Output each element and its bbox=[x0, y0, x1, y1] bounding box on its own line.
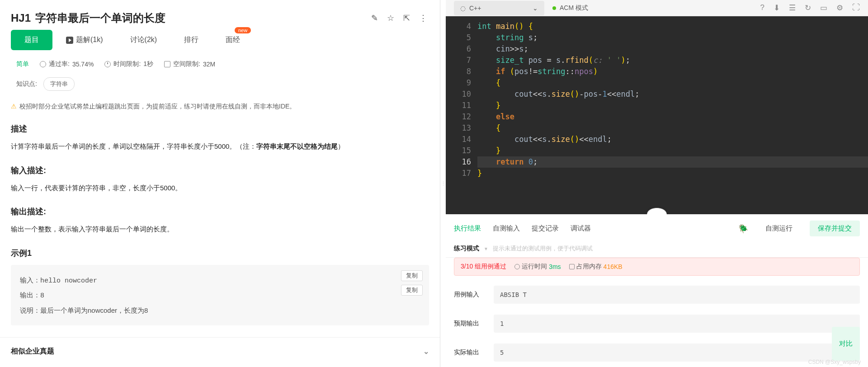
case-input-label: 用例输入 bbox=[454, 291, 494, 299]
io-table: 用例输入 ABSIB T 预期输出 1 实际输出 5 对比 bbox=[446, 276, 868, 367]
meta-row: 简单 通过率: 35.74% 时间限制: 1秒 空间限制: 32M bbox=[0, 50, 440, 68]
example-box: 复制 复制 输入：hello nowcoder 输出：8 说明：最后一个单词为n… bbox=[11, 265, 429, 326]
input-heading: 输入描述: bbox=[11, 165, 429, 176]
output-heading: 输出描述: bbox=[11, 206, 429, 217]
expected-output-value: 1 bbox=[494, 315, 860, 333]
play-icon bbox=[66, 37, 73, 44]
tab-self-test[interactable]: 自测输入 bbox=[493, 224, 520, 233]
actual-output-value: 5 bbox=[494, 343, 860, 362]
notes-icon[interactable]: ☰ bbox=[789, 3, 796, 13]
editor-mode: ACM 模式 bbox=[552, 4, 588, 12]
run-button[interactable]: 自测运行 bbox=[757, 221, 801, 236]
pass-rate: 通过率: 35.74% bbox=[40, 60, 94, 68]
tab-problem[interactable]: 题目 bbox=[11, 30, 52, 50]
example-heading: 示例1 bbox=[11, 248, 429, 259]
line-gutter: 4567891011121314151617 bbox=[446, 16, 477, 214]
page-title: HJ1 字符串最后一个单词的长度 bbox=[11, 11, 165, 25]
edit-icon[interactable]: ✎ bbox=[371, 13, 378, 23]
copy-output-button[interactable]: 复制 bbox=[401, 285, 423, 296]
help-icon[interactable]: ? bbox=[760, 3, 764, 13]
pass-count: 3/10 组用例通过 bbox=[461, 263, 506, 271]
expected-output-label: 预期输出 bbox=[454, 320, 494, 328]
input-text: 输入一行，代表要计算的字符串，非空，长度小于5000。 bbox=[11, 182, 429, 194]
bug-icon[interactable]: 🪲 bbox=[738, 224, 748, 234]
accordion-title: 相似企业真题 bbox=[11, 347, 54, 356]
copy-input-button[interactable]: 复制 bbox=[401, 270, 423, 281]
tab-exec-result[interactable]: 执行结果 bbox=[454, 224, 481, 233]
new-badge: new bbox=[235, 27, 251, 33]
fullscreen-icon[interactable]: ⛶ bbox=[852, 3, 860, 13]
chevron-down-icon: ⌄ bbox=[423, 347, 429, 356]
more-icon[interactable]: ⋮ bbox=[419, 13, 427, 23]
warning-banner: ⚠校招时部分企业笔试将禁止编程题跳出页面，为提前适应，练习时请使用在线自测，而非… bbox=[0, 91, 440, 111]
share-icon[interactable]: ⇱ bbox=[403, 13, 410, 23]
tags-row: 知识点: 字符串 bbox=[0, 68, 440, 91]
compare-button[interactable]: 对比 bbox=[832, 327, 860, 361]
warning-icon: ⚠ bbox=[11, 103, 17, 110]
download-icon[interactable]: ⬇ bbox=[774, 3, 780, 13]
practice-mode-row: 练习模式 ▼ 提示未通过的测试用例，便于代码调试 bbox=[446, 241, 868, 258]
tab-experience[interactable]: 面经new bbox=[212, 30, 254, 50]
problem-code: HJ1 bbox=[11, 12, 31, 24]
problem-tabs: 题目 题解(1k) 讨论(2k) 排行 面经new bbox=[0, 30, 440, 50]
status-dot-icon bbox=[552, 6, 556, 10]
difficulty-badge: 简单 bbox=[16, 60, 29, 68]
example-output-label: 输出： bbox=[20, 291, 40, 299]
submit-button[interactable]: 保存并提交 bbox=[810, 221, 860, 236]
description-heading: 描述 bbox=[11, 123, 429, 134]
code-content: int main() { string s; cin>>s; size_t po… bbox=[477, 16, 868, 214]
code-editor[interactable]: 4567891011121314151617 int main() { stri… bbox=[446, 16, 868, 214]
dropdown-icon[interactable]: ▼ bbox=[484, 246, 488, 251]
rectangle-icon[interactable]: ▭ bbox=[820, 3, 827, 13]
language-select[interactable]: ◌C++ ⌄ bbox=[454, 1, 544, 15]
code-panel: ◌C++ ⌄ ACM 模式 ? ⬇ ☰ ↻ ▭ ⚙ ⛶ 456789101112… bbox=[446, 0, 868, 367]
star-icon[interactable]: ☆ bbox=[387, 13, 394, 23]
example-output-value: 8 bbox=[40, 292, 44, 300]
memory-icon bbox=[164, 61, 170, 67]
clock-icon bbox=[104, 61, 111, 67]
problem-panel: HJ1 字符串最后一个单词的长度 ✎ ☆ ⇱ ⋮ 题目 题解(1k) 讨论(2k… bbox=[0, 0, 440, 367]
tab-submissions[interactable]: 提交记录 bbox=[532, 224, 559, 233]
similar-questions-accordion[interactable]: 相似企业真题 ⌄ bbox=[0, 337, 440, 365]
tags-label: 知识点: bbox=[16, 80, 37, 88]
watermark: CSDN @Sxy_wspsby bbox=[808, 359, 861, 365]
actual-output-label: 实际输出 bbox=[454, 348, 494, 357]
tag-string[interactable]: 字符串 bbox=[43, 77, 75, 91]
chevron-down-icon: ⌄ bbox=[533, 5, 538, 12]
time-limit: 时间限制: 1秒 bbox=[104, 60, 153, 68]
editor-topbar: ◌C++ ⌄ ACM 模式 ? ⬇ ☰ ↻ ▭ ⚙ ⛶ bbox=[446, 0, 868, 16]
result-panel: 执行结果 自测输入 提交记录 调试器 🪲 自测运行 保存并提交 练习模式 ▼ 提… bbox=[446, 214, 868, 367]
settings-icon[interactable]: ⚙ bbox=[836, 3, 843, 13]
description-text: 计算字符串最后一个单词的长度，单词以空格隔开，字符串长度小于5000。（注：字符… bbox=[11, 141, 429, 152]
tab-rank[interactable]: 排行 bbox=[170, 30, 212, 50]
panel-resize-handle[interactable]: ⋮ bbox=[440, 0, 446, 367]
target-icon bbox=[40, 61, 46, 67]
database-icon bbox=[569, 264, 575, 269]
example-note-label: 说明： bbox=[20, 306, 40, 314]
refresh-icon[interactable]: ↻ bbox=[805, 3, 811, 13]
example-note-value: 最后一个单词为nowcoder，长度为8 bbox=[40, 306, 148, 314]
example-input-label: 输入： bbox=[20, 276, 40, 284]
tab-solution[interactable]: 题解(1k) bbox=[52, 30, 117, 50]
language-label: C++ bbox=[469, 5, 481, 12]
case-input-value: ABSIB T bbox=[494, 286, 860, 304]
memory-limit: 空间限制: 32M bbox=[164, 60, 215, 68]
example-input-value: hello nowcoder bbox=[40, 277, 97, 285]
clock-icon bbox=[514, 264, 520, 269]
tab-debugger[interactable]: 调试器 bbox=[571, 224, 591, 233]
tab-discuss[interactable]: 讨论(2k) bbox=[117, 30, 171, 50]
output-text: 输出一个整数，表示输入字符串最后一个单词的长度。 bbox=[11, 223, 429, 235]
globe-icon: ◌ bbox=[460, 5, 466, 12]
problem-title: 字符串最后一个单词的长度 bbox=[35, 11, 165, 25]
fail-summary: 3/10 组用例通过 运行时间 3ms 占用内存 416KB bbox=[454, 258, 860, 276]
